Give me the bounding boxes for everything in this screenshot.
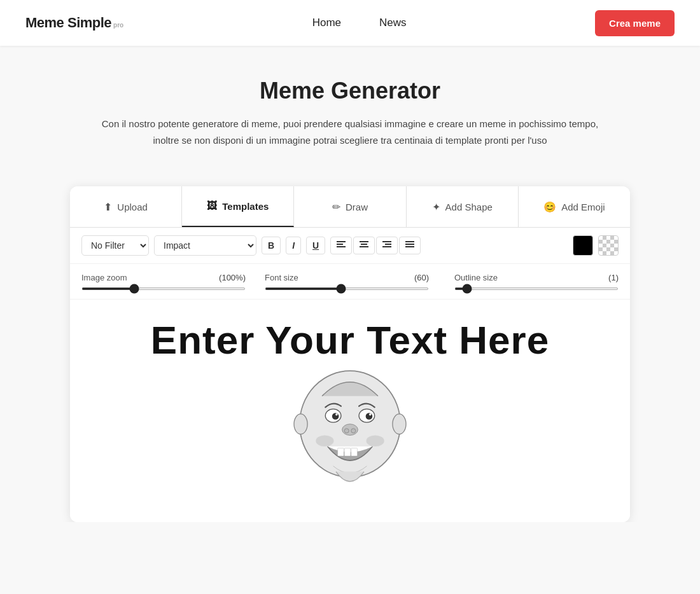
tab-add-emoji[interactable]: 😊 Add Emoji — [519, 186, 630, 227]
upload-icon: ⬆ — [104, 201, 112, 213]
svg-rect-24 — [351, 448, 358, 456]
filter-select[interactable]: No Filter Grayscale Sepia Blur Invert — [81, 235, 149, 256]
nav-item-home[interactable]: Home — [312, 17, 341, 29]
svg-rect-8 — [382, 246, 391, 247]
svg-point-16 — [366, 413, 373, 420]
svg-rect-1 — [337, 244, 343, 245]
italic-button[interactable]: I — [286, 237, 301, 254]
logo: Meme Simple pro — [25, 15, 123, 31]
draw-icon: ✏ — [332, 201, 340, 213]
align-justify-icon — [405, 241, 414, 249]
svg-rect-7 — [385, 244, 391, 245]
tab-draw-label: Draw — [346, 202, 368, 212]
image-zoom-slider[interactable] — [81, 287, 246, 290]
navbar: Meme Simple pro Home News Crea meme — [0, 0, 700, 46]
tab-upload[interactable]: ⬆ Upload — [70, 186, 182, 227]
logo-pro-badge: pro — [113, 22, 123, 29]
templates-icon: 🖼 — [207, 200, 217, 212]
svg-point-15 — [332, 413, 339, 420]
align-right-button[interactable] — [376, 237, 398, 254]
tab-bar: ⬆ Upload 🖼 Templates ✏ Draw ✦ Add Shape … — [70, 186, 630, 228]
svg-rect-11 — [405, 246, 414, 247]
meme-image-area — [70, 363, 630, 502]
nav-item-news[interactable]: News — [379, 17, 407, 29]
svg-rect-2 — [337, 246, 346, 247]
svg-point-26 — [393, 414, 406, 434]
meme-tool-container: ⬆ Upload 🖼 Templates ✏ Draw ✦ Add Shape … — [70, 186, 630, 522]
outline-size-value: (1) — [608, 273, 619, 282]
svg-rect-0 — [337, 241, 346, 242]
nav-link-news[interactable]: News — [379, 17, 407, 29]
troll-face-image — [280, 363, 420, 502]
svg-rect-9 — [405, 241, 414, 242]
svg-point-27 — [316, 435, 333, 446]
svg-rect-23 — [344, 448, 351, 456]
svg-point-20 — [344, 429, 349, 433]
meme-canvas[interactable]: Enter Your Text Here — [70, 300, 630, 522]
svg-rect-5 — [360, 246, 368, 247]
svg-point-21 — [351, 429, 356, 433]
crea-meme-button[interactable]: Crea meme — [595, 10, 675, 36]
bold-button[interactable]: B — [262, 237, 281, 254]
hero-section: Meme Generator Con il nostro potente gen… — [0, 46, 700, 167]
color-transparent-swatch[interactable] — [598, 235, 619, 256]
text-toolbar: No Filter Grayscale Sepia Blur Invert Im… — [70, 228, 630, 264]
font-size-value: (60) — [414, 273, 429, 282]
hero-description: Con il nostro potente generatore di meme… — [89, 116, 611, 148]
tab-add-shape[interactable]: ✦ Add Shape — [407, 186, 519, 227]
align-justify-button[interactable] — [399, 237, 421, 254]
tab-upload-label: Upload — [117, 202, 148, 212]
shape-icon: ✦ — [432, 201, 440, 213]
outline-size-slider[interactable] — [454, 287, 619, 290]
align-right-icon — [382, 241, 391, 249]
nav-links: Home News — [312, 17, 407, 29]
font-size-group: Font size (60) — [252, 273, 442, 290]
tab-templates-label: Templates — [222, 201, 269, 212]
outline-size-group: Outline size (1) — [442, 273, 619, 290]
svg-point-18 — [369, 413, 372, 416]
align-center-button[interactable] — [353, 237, 375, 254]
font-select[interactable]: Impact Arial Comic Sans MS Times New Rom… — [154, 235, 256, 256]
tab-draw[interactable]: ✏ Draw — [294, 186, 406, 227]
emoji-icon: 😊 — [543, 201, 556, 213]
align-group — [330, 237, 421, 254]
svg-point-17 — [335, 413, 338, 416]
hero-title: Meme Generator — [13, 78, 687, 104]
color-black-swatch[interactable] — [573, 235, 593, 256]
image-zoom-group: Image zoom (100%) — [81, 273, 252, 290]
svg-point-28 — [367, 435, 384, 446]
tab-add-shape-label: Add Shape — [445, 202, 493, 212]
tab-add-emoji-label: Add Emoji — [561, 202, 605, 212]
svg-rect-6 — [382, 241, 391, 242]
image-zoom-label: Image zoom — [81, 273, 127, 282]
tab-templates[interactable]: 🖼 Templates — [182, 186, 294, 227]
svg-point-25 — [294, 414, 307, 434]
svg-rect-3 — [360, 241, 368, 242]
align-center-icon — [360, 241, 368, 249]
font-size-label: Font size — [265, 273, 298, 282]
nav-link-home[interactable]: Home — [312, 17, 341, 29]
svg-rect-10 — [405, 244, 414, 245]
align-left-icon — [337, 241, 346, 249]
svg-rect-22 — [338, 448, 344, 456]
meme-placeholder-text[interactable]: Enter Your Text Here — [138, 317, 562, 363]
underline-button[interactable]: U — [306, 237, 325, 254]
outline-size-label: Outline size — [454, 273, 498, 282]
align-left-button[interactable] — [330, 237, 352, 254]
svg-rect-4 — [361, 244, 367, 245]
font-size-slider[interactable] — [265, 287, 429, 290]
sliders-row: Image zoom (100%) Font size (60) Outline… — [70, 264, 630, 300]
image-zoom-value: (100%) — [219, 273, 246, 282]
logo-text: Meme Simple — [25, 15, 111, 31]
